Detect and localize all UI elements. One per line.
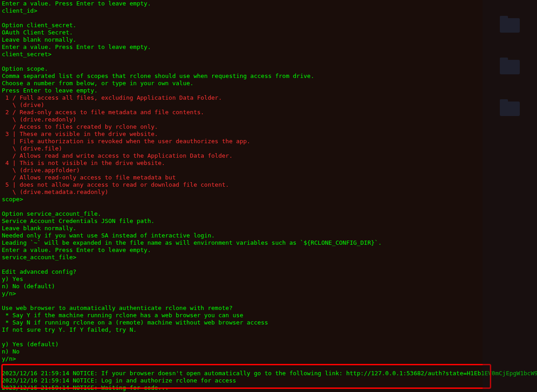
- terminal-line: * Say Y if the machine running rclone ha…: [2, 312, 479, 319]
- terminal-line: 4 | This is not visible in the drive web…: [2, 160, 479, 167]
- terminal-line: 2 / Read-only access to file metadata an…: [2, 109, 479, 116]
- terminal-line: Comma separated list of scopes that rclo…: [2, 73, 479, 80]
- terminal-line: \ (drive): [2, 102, 479, 109]
- terminal-line: Leave blank normally.: [2, 225, 479, 232]
- terminal-line: [2, 261, 479, 268]
- terminal-line: y/n>: [2, 355, 479, 363]
- terminal-line: client_secret>: [2, 51, 479, 58]
- terminal-line: 2023/12/16 21:59:14 NOTICE: Log in and a…: [2, 377, 479, 384]
- terminal-line: Service Account Credentials JSON file pa…: [2, 218, 479, 225]
- terminal-line: \ (drive.readonly): [2, 116, 479, 123]
- terminal-line: OAuth Client Secret.: [2, 29, 479, 36]
- terminal-line: | File authorization is revoked when the…: [2, 138, 479, 145]
- terminal-line: y/n>: [2, 290, 479, 297]
- terminal-line: [2, 334, 479, 341]
- terminal-line: Choose a number from below, or type in y…: [2, 80, 479, 87]
- terminal-line: Option scope.: [2, 65, 479, 73]
- terminal-line: Leading `~` will be expanded in the file…: [2, 239, 479, 247]
- terminal-line: service_account_file>: [2, 254, 479, 261]
- terminal-line: / Allows read and write access to the Ap…: [2, 152, 479, 160]
- terminal-line: / Access to files created by rclone only…: [2, 123, 479, 131]
- terminal-line: Option client_secret.: [2, 22, 479, 29]
- terminal-line: * Say N if running rclone on a (remote) …: [2, 319, 479, 326]
- terminal-line: If not sure try Y. If Y failed, try N.: [2, 326, 479, 334]
- terminal-line: scope>: [2, 196, 479, 203]
- folder-icon: [500, 18, 520, 33]
- terminal-line: Enter a value. Press Enter to leave empt…: [2, 44, 479, 51]
- terminal-line: y) Yes: [2, 276, 479, 283]
- terminal-line: 2023/12/16 21:59:14 NOTICE: If your brow…: [2, 370, 479, 377]
- terminal-line: client_id>: [2, 7, 479, 15]
- terminal-line: Enter a value. Press Enter to leave empt…: [2, 0, 479, 7]
- terminal-line: 2023/12/16 21:59:14 NOTICE: Waiting for …: [2, 384, 479, 392]
- terminal-line: Enter a value. Press Enter to leave empt…: [2, 247, 479, 254]
- terminal-output[interactable]: Enter a value. Press Enter to leave empt…: [0, 0, 481, 392]
- terminal-line: Use web browser to automatically authent…: [2, 305, 479, 312]
- terminal-line: \ (drive.appfolder): [2, 167, 479, 174]
- terminal-line: n) No (default): [2, 283, 479, 290]
- terminal-line: Option service_account_file.: [2, 210, 479, 218]
- desktop-sidebar: [483, 0, 537, 392]
- terminal-line: \ (drive.file): [2, 145, 479, 152]
- terminal-line: Press Enter to leave empty.: [2, 87, 479, 94]
- folder-icon: [500, 102, 520, 116]
- terminal-line: Leave blank normally.: [2, 36, 479, 44]
- terminal-line: [2, 203, 479, 210]
- terminal-line: y) Yes (default): [2, 341, 479, 348]
- terminal-line: [2, 15, 479, 22]
- terminal-line: 5 | does not allow any access to read or…: [2, 181, 479, 189]
- terminal-line: / Allows read-only access to file metada…: [2, 174, 479, 181]
- terminal-line: [2, 297, 479, 305]
- terminal-line: [2, 58, 479, 65]
- terminal-line: 3 | These are visible in the drive websi…: [2, 131, 479, 138]
- folder-icon: [500, 60, 520, 74]
- terminal-line: 1 / Full access all files, excluding App…: [2, 94, 479, 102]
- terminal-line: [2, 363, 479, 370]
- sidebar-folder-item[interactable]: [486, 60, 533, 74]
- terminal-line: Edit advanced config?: [2, 268, 479, 276]
- terminal-line: Needed only if you want use SA instead o…: [2, 232, 479, 239]
- sidebar-folder-item[interactable]: [486, 18, 533, 33]
- terminal-line: n) No: [2, 348, 479, 355]
- terminal-line: \ (drive.metadata.readonly): [2, 189, 479, 196]
- sidebar-folder-item[interactable]: [486, 102, 533, 116]
